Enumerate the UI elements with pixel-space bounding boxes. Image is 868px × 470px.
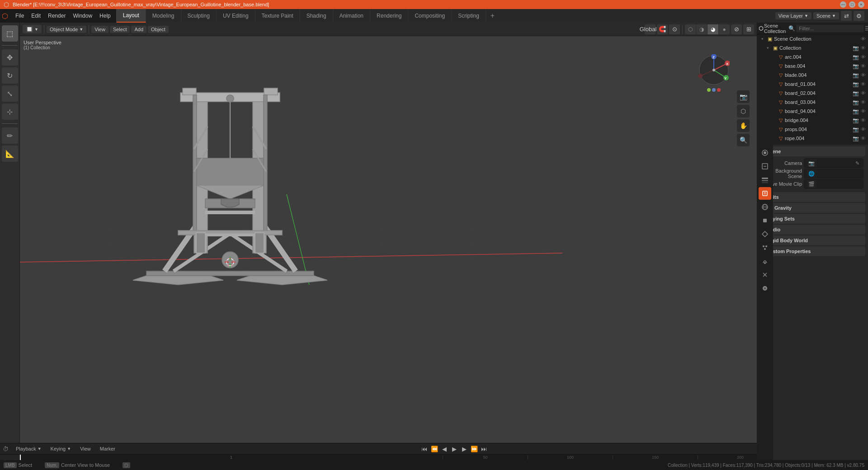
prop-tab-particles[interactable] <box>759 241 771 254</box>
rotate-tool[interactable]: ↻ <box>2 67 18 84</box>
scale-tool[interactable]: ⤡ <box>2 85 18 102</box>
tab-sculpting[interactable]: Sculpting <box>181 9 217 23</box>
camera-field[interactable]: 📷 ✎ <box>804 158 863 168</box>
scene-selector[interactable]: Scene ▼ <box>813 12 839 19</box>
menu-render[interactable]: Render <box>44 12 69 20</box>
transform-tool[interactable]: ⊹ <box>2 103 18 120</box>
ol-item-rope[interactable]: ▸ ▽ rope.004 📷 👁 <box>757 134 868 143</box>
prop-tab-render[interactable] <box>759 146 771 159</box>
tl-step-back[interactable]: ◀ <box>440 444 449 453</box>
tl-editor-icon[interactable]: ⏱ <box>3 446 9 452</box>
tab-uv-editing[interactable]: UV Editing <box>217 9 255 23</box>
measure-tool[interactable]: 📐 <box>2 146 18 162</box>
select-box-tool[interactable]: ⬚ <box>2 25 18 42</box>
nav-gizmo[interactable]: X Y Z <box>698 54 730 86</box>
ol-item-collection[interactable]: ▾ ▣ Collection 📷 👁 <box>757 43 868 52</box>
tl-next-keyframe[interactable]: ⏩ <box>470 444 479 453</box>
prop-tab-modifier[interactable] <box>759 228 771 240</box>
ol-render-icon-arc[interactable]: 📷 <box>853 54 859 60</box>
ol-eye-icon[interactable]: 👁 <box>860 36 866 42</box>
view-menu[interactable]: View <box>91 26 108 33</box>
wireframe-shading[interactable]: ⬡ <box>685 24 696 34</box>
rendered-shading[interactable]: ● <box>719 24 730 34</box>
bg-scene-field[interactable]: 🌐 <box>804 169 863 179</box>
tl-jump-end[interactable]: ⏭ <box>480 444 489 453</box>
ol-item-props[interactable]: ▸ ▽ props.004 📷 👁 <box>757 125 868 134</box>
prop-tab-physics[interactable] <box>759 255 771 268</box>
overlay-button[interactable]: ⊘ <box>731 24 742 34</box>
solid-shading[interactable]: ◑ <box>696 24 707 34</box>
gravity-header[interactable]: ▸ ✓ Gravity <box>760 203 865 213</box>
proportional-edit[interactable]: ⊙ <box>669 24 680 34</box>
tab-modeling[interactable]: Modeling <box>146 9 181 23</box>
prop-tab-constraints[interactable] <box>759 268 771 281</box>
rigid-body-world-header[interactable]: ▸ Rigid Body World <box>760 235 865 245</box>
tl-marker-menu[interactable]: Marker <box>96 445 119 452</box>
tl-play[interactable]: ▶ <box>450 444 459 453</box>
settings-icon[interactable]: ⚙ <box>854 11 864 21</box>
tab-rendering[interactable]: Rendering <box>370 9 408 23</box>
sync-icon[interactable]: ⇄ <box>841 11 852 21</box>
view-layer-selector[interactable]: View Layer ▼ <box>775 12 811 19</box>
add-workspace-button[interactable]: + <box>486 9 499 23</box>
tl-jump-start[interactable]: ⏮ <box>420 444 429 453</box>
tl-ruler[interactable]: 1 50 100 150 200 250 <box>20 455 868 460</box>
ol-item-board04[interactable]: ▸ ▽ board_04.004 📷 👁 <box>757 107 868 116</box>
tab-scripting[interactable]: Scripting <box>452 9 486 23</box>
prop-tab-output[interactable] <box>759 160 771 173</box>
ol-item-scene-collection[interactable]: ▾ ▣ Scene Collection 👁 <box>757 34 868 43</box>
menu-file[interactable]: File <box>12 12 28 20</box>
tl-prev-keyframe[interactable]: ⏪ <box>430 444 439 453</box>
annotate-tool[interactable]: ✏ <box>2 127 18 144</box>
move-tool[interactable]: ✥ <box>2 49 18 66</box>
ol-render-icon-blade[interactable]: 📷 <box>853 72 859 78</box>
object-menu[interactable]: Object <box>148 26 169 33</box>
ol-item-bridge[interactable]: ▸ ▽ bridge.004 📷 👁 <box>757 116 868 125</box>
ol-item-base[interactable]: ▸ ▽ base.004 📷 👁 <box>757 61 868 70</box>
render-region-icon[interactable]: ⬡ <box>737 105 750 118</box>
xray-button[interactable]: ⊞ <box>743 24 754 34</box>
ol-render-icon-base[interactable]: 📷 <box>853 63 859 69</box>
ol-filter-button[interactable]: 🔍 <box>788 24 795 33</box>
tab-compositing[interactable]: Compositing <box>408 9 452 23</box>
units-header[interactable]: ▸ Units <box>760 192 865 202</box>
add-menu[interactable]: Add <box>131 26 146 33</box>
object-mode-button[interactable]: Object Mode ▼ <box>47 26 86 33</box>
camera-view-icon[interactable]: 📷 <box>737 90 750 103</box>
ol-item-board02[interactable]: ▸ ▽ board_02.004 📷 👁 <box>757 89 868 98</box>
ol-item-arc[interactable]: ▸ ▽ arc.004 📷 👁 <box>757 52 868 61</box>
prop-tab-view-layer[interactable] <box>759 174 771 186</box>
tl-keying-menu[interactable]: Keying ▼ <box>47 445 75 452</box>
ol-item-blade[interactable]: ▸ ▽ blade.004 📷 👁 <box>757 70 868 80</box>
menu-help[interactable]: Help <box>96 12 114 20</box>
tl-step-forward[interactable]: ▶ <box>460 444 469 453</box>
tab-layout[interactable]: Layout <box>117 9 146 23</box>
minimize-button[interactable]: — <box>840 1 846 8</box>
editor-type-button[interactable]: 🔲 ▼ <box>23 25 42 33</box>
tab-shading[interactable]: Shading <box>300 9 333 23</box>
prop-tab-scene[interactable] <box>759 187 771 200</box>
close-button[interactable]: × <box>858 1 864 8</box>
scene-subsection-header[interactable]: ▾ Scene <box>760 146 865 156</box>
pan-icon[interactable]: ✋ <box>737 119 750 132</box>
maximize-button[interactable]: □ <box>849 1 855 8</box>
audio-header[interactable]: ▸ Audio <box>760 225 865 235</box>
prop-tab-object[interactable] <box>759 214 771 227</box>
prop-tab-material[interactable] <box>759 282 771 295</box>
active-clip-field[interactable]: 🎬 <box>804 179 863 189</box>
outliner-search-input[interactable] <box>796 25 864 32</box>
custom-props-header[interactable]: ▸ Custom Properties <box>760 246 865 256</box>
ol-eye-icon-2[interactable]: 👁 <box>860 45 866 51</box>
menu-edit[interactable]: Edit <box>28 12 44 20</box>
ol-eye-icon-arc[interactable]: 👁 <box>860 54 866 60</box>
tl-playback-menu[interactable]: Playback ▼ <box>12 445 45 452</box>
ol-camera-icon[interactable]: 📷 <box>853 45 859 51</box>
lookdev-shading[interactable]: ◕ <box>708 24 718 34</box>
menu-window[interactable]: Window <box>69 12 96 20</box>
tab-animation[interactable]: Animation <box>333 9 370 23</box>
keying-sets-header[interactable]: ▸ Keying Sets <box>760 214 865 224</box>
ol-eye-icon-blade[interactable]: 👁 <box>860 72 866 78</box>
tl-view-menu[interactable]: View <box>76 445 94 452</box>
tab-texture-paint[interactable]: Texture Paint <box>255 9 300 23</box>
ol-item-board03[interactable]: ▸ ▽ board_03.004 📷 👁 <box>757 98 868 107</box>
